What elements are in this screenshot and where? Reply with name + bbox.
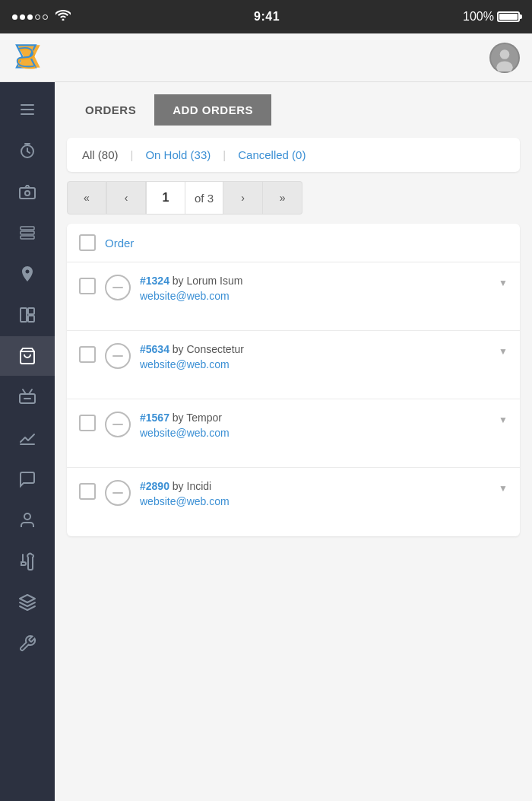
main-layout: ORDERS ADD ORDERS All (80) | On Hold (33… [0, 82, 532, 801]
sidebar-item-layout[interactable] [0, 295, 55, 335]
order-1567-status-icon [105, 412, 131, 437]
sidebar-item-menu[interactable] [0, 90, 55, 129]
filter-on-hold[interactable]: On Hold (33) [145, 148, 211, 161]
order-row: #1324 by Lorum Isum website@web.com ▼ [67, 262, 520, 331]
order-1567-email[interactable]: website@web.com [140, 427, 508, 439]
svg-rect-9 [20, 188, 35, 199]
order-1567-dropdown-icon[interactable]: ▼ [499, 415, 508, 425]
sidebar-item-chat[interactable] [0, 459, 55, 499]
tab-orders[interactable]: ORDERS [67, 94, 154, 126]
filter-all[interactable]: All (80) [82, 148, 119, 161]
order-1324-title[interactable]: #1324 by Lorum Isum [140, 275, 508, 287]
page-first-button[interactable]: « [67, 181, 106, 215]
order-5634-title[interactable]: #5634 by Consectetur [140, 343, 508, 355]
sidebar-item-wrench[interactable] [0, 624, 55, 663]
order-1324-info: #1324 by Lorum Isum website@web.com [140, 275, 508, 302]
brush-icon [18, 552, 36, 571]
dot-2 [20, 14, 25, 20]
order-row: #5634 by Consectetur website@web.com ▼ [67, 331, 520, 399]
layout-icon [18, 306, 36, 324]
sidebar-item-brush[interactable] [0, 542, 55, 581]
order-1567-checkbox[interactable] [79, 415, 96, 431]
order-2890-status-icon [105, 480, 131, 506]
dot-1 [12, 14, 17, 20]
order-5634-dropdown-icon[interactable]: ▼ [499, 346, 508, 357]
svg-rect-11 [21, 227, 34, 230]
sidebar [0, 82, 55, 801]
order-1324-status-icon [105, 275, 131, 300]
filter-cancelled[interactable]: Cancelled (0) [238, 148, 306, 161]
order-5634-email[interactable]: website@web.com [140, 358, 508, 370]
svg-rect-5 [21, 104, 34, 106]
sidebar-item-user[interactable] [0, 501, 55, 540]
page-next-button[interactable]: › [223, 181, 263, 215]
svg-rect-7 [21, 113, 34, 115]
sidebar-item-pin[interactable] [0, 254, 55, 294]
sidebar-item-timer[interactable] [0, 131, 55, 170]
battery-percent: 100% [463, 10, 494, 24]
order-row: #1567 by Tempor website@web.com ▼ [67, 399, 520, 468]
svg-point-3 [500, 49, 510, 59]
order-2890-email[interactable]: website@web.com [140, 495, 508, 507]
sidebar-item-plugin[interactable] [0, 583, 55, 622]
sidebar-item-list[interactable] [0, 213, 55, 253]
svg-rect-13 [21, 236, 34, 239]
battery-container: 100% [463, 10, 520, 24]
order-2890-checkbox[interactable] [79, 483, 96, 500]
chart-icon [18, 429, 36, 447]
wrench-icon [18, 634, 36, 653]
battery-fill [499, 14, 518, 20]
order-2890-dropdown-icon[interactable]: ▼ [499, 483, 508, 494]
order-header-label: Order [105, 237, 134, 250]
cart-icon [18, 347, 36, 365]
page-prev-button[interactable]: ‹ [106, 181, 146, 215]
order-1567-title[interactable]: #1567 by Tempor [140, 412, 508, 424]
svg-point-20 [24, 513, 30, 520]
page-current: 1 [146, 181, 185, 215]
separator-1: | [131, 148, 134, 161]
sidebar-item-basket[interactable] [0, 377, 55, 417]
user-icon [18, 511, 36, 529]
pagination: « ‹ 1 of 3 › » [67, 181, 520, 215]
page-of-label: of 3 [185, 181, 223, 215]
status-time: 9:41 [254, 10, 280, 24]
order-2890-title[interactable]: #2890 by Incidi [140, 480, 508, 492]
select-all-checkbox[interactable] [79, 234, 96, 251]
user-avatar[interactable] [489, 43, 520, 73]
order-1324-email[interactable]: website@web.com [140, 290, 508, 302]
svg-rect-14 [21, 308, 27, 322]
signal-dots [12, 14, 48, 20]
order-5634-checkbox[interactable] [79, 346, 96, 363]
order-row: #2890 by Incidi website@web.com ▼ [67, 468, 520, 536]
status-left [12, 10, 71, 24]
svg-rect-15 [28, 308, 34, 314]
camera-icon [18, 183, 36, 201]
tab-add-orders[interactable]: ADD ORDERS [154, 94, 271, 126]
orders-container: Order #1324 by Lorum Isum website@web.co… [67, 224, 520, 536]
orders-header: Order [67, 224, 520, 262]
timer-icon [18, 141, 36, 160]
order-2890-by: by Incidi [169, 480, 211, 492]
page-last-button[interactable]: » [263, 181, 302, 215]
svg-point-10 [25, 191, 30, 195]
status-minus-icon [112, 424, 123, 425]
order-1567-info: #1567 by Tempor website@web.com [140, 412, 508, 439]
sidebar-item-cart[interactable] [0, 336, 55, 376]
order-1567-by: by Tempor [169, 412, 222, 424]
svg-rect-16 [28, 316, 34, 322]
wifi-icon [55, 10, 71, 24]
sidebar-item-chart[interactable] [0, 418, 55, 458]
menu-icon [18, 100, 36, 119]
app-header [0, 33, 532, 82]
order-1324-dropdown-icon[interactable]: ▼ [499, 278, 508, 288]
sidebar-item-camera[interactable] [0, 172, 55, 211]
order-5634-info: #5634 by Consectetur website@web.com [140, 343, 508, 370]
logo [12, 43, 46, 73]
list-icon [18, 224, 36, 242]
battery-icon [497, 11, 520, 22]
dot-4 [35, 14, 40, 20]
order-5634-status-icon [105, 343, 131, 369]
dot-3 [27, 14, 33, 20]
order-1324-checkbox[interactable] [79, 278, 96, 294]
order-5634-by: by Consectetur [169, 343, 244, 355]
